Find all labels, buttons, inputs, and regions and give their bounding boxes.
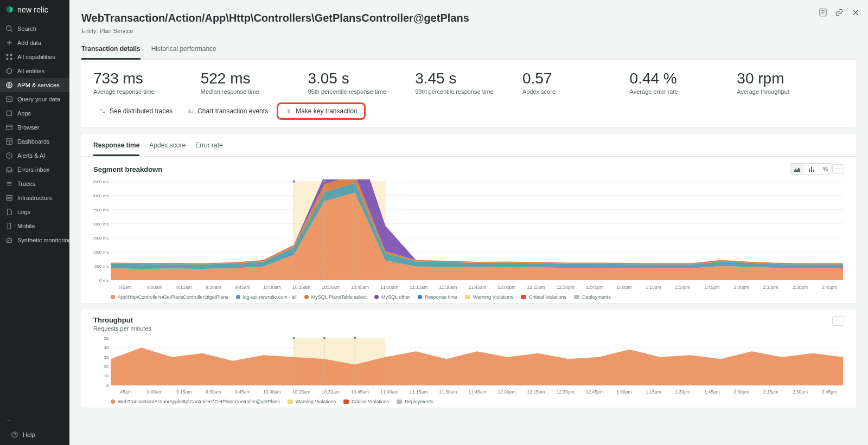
sidebar-item-all-entities[interactable]: All entities	[0, 64, 69, 78]
tab-transaction-details[interactable]: Transaction details	[81, 42, 141, 60]
svg-point-15	[8, 240, 9, 241]
x-tick: 1:45pm	[698, 389, 727, 395]
page-subtitle: Entity: Plan Service	[81, 28, 856, 34]
chart-transaction-events-button[interactable]: Chart transaction events	[181, 104, 273, 118]
bar-view-button[interactable]	[805, 164, 818, 175]
sidebar-item-infrastructure[interactable]: Infrastructure	[0, 191, 69, 205]
file-icon	[5, 208, 13, 216]
throughput-chart-section: Throughput Requests per minutes ⋯ 010203…	[81, 309, 856, 408]
help-icon	[11, 431, 18, 438]
svg-text:0 ms: 0 ms	[99, 278, 108, 282]
x-tick: :45am	[111, 389, 140, 395]
x-tick: 1:15pm	[639, 389, 668, 395]
metric: 733 msAverage response time	[93, 70, 201, 95]
brand-name: new relic	[17, 5, 48, 14]
x-tick: 9:15am	[169, 285, 199, 290]
bar-chart-icon	[187, 107, 194, 115]
box-icon	[5, 109, 13, 117]
svg-text:20: 20	[104, 364, 108, 369]
window-icon	[5, 124, 13, 131]
sidebar-item-label: Apps	[17, 110, 31, 117]
sidebar-item-mobile[interactable]: Mobile	[0, 219, 69, 233]
svg-rect-21	[811, 167, 812, 172]
sidebar-item-logs[interactable]: Logs	[0, 205, 69, 219]
x-tick: 12:45pm	[580, 389, 609, 395]
notebook-icon[interactable]	[818, 8, 828, 17]
sidebar-item-query-your-data[interactable]: Query your data	[0, 92, 69, 106]
metric-value: 733 ms	[93, 70, 201, 87]
sidebar-item-search[interactable]: Search	[0, 22, 69, 36]
tab-historical-performance[interactable]: Historical performance	[151, 42, 216, 60]
svg-point-45	[354, 180, 356, 183]
sidebar-item-dashboards[interactable]: Dashboards	[0, 134, 69, 149]
sidebar-item-alerts-ai[interactable]: Alerts & AI	[0, 149, 69, 163]
link-icon[interactable]	[834, 8, 844, 17]
metric: 3.45 s99th percentile response time	[415, 70, 522, 95]
x-tick: 2:15pm	[756, 389, 786, 395]
globe-icon	[5, 81, 13, 89]
alert-icon	[5, 152, 13, 159]
sidebar-item-all-capabilities[interactable]: All capabilities	[0, 50, 69, 64]
main: WebTransaction/Action/App\Http\Controlle…	[69, 0, 868, 445]
action-label: Make key transaction	[296, 107, 357, 115]
svg-text:40: 40	[104, 345, 108, 350]
sidebar-item-traces[interactable]: Traces	[0, 177, 69, 191]
inner-tab-error-rate[interactable]: Error rate	[195, 139, 223, 156]
legend-item: App\Http\Controllers\GetPlansController@…	[111, 294, 228, 300]
x-tick: :45am	[111, 285, 140, 290]
search-icon	[5, 25, 13, 33]
nav-more[interactable]: …	[0, 414, 69, 424]
legend-item: MySQL other	[374, 294, 410, 300]
sidebar-item-synthetic-monitoring[interactable]: Synthetic monitoring	[0, 233, 69, 247]
sidebar-item-add-data[interactable]: Add data	[0, 36, 69, 50]
inner-tab-apdex-score[interactable]: Apdex score	[149, 139, 186, 156]
sidebar-item-label: Dashboards	[17, 138, 49, 145]
chart-more-button[interactable]: ⋯	[832, 316, 844, 326]
x-tick: 2:30pm	[786, 285, 815, 290]
percent-view-button[interactable]: %	[819, 164, 832, 175]
svg-text:10: 10	[104, 373, 108, 378]
segment-chart-title: Segment breakdown	[93, 165, 162, 173]
sidebar-item-label: Search	[17, 25, 36, 32]
see-distributed-traces-button[interactable]: See distributed traces	[93, 104, 178, 118]
metric: 0.44 %Average error rate	[630, 70, 737, 95]
sidebar-item-label: Logs	[17, 209, 30, 215]
metric-label: Average throughput	[737, 88, 844, 95]
legend-item: Deployments	[397, 399, 433, 404]
sidebar-item-help[interactable]: Help	[5, 428, 64, 442]
area-view-button[interactable]	[790, 164, 803, 175]
legend-item: Warning Violations	[465, 294, 514, 300]
sidebar-item-browser[interactable]: Browser	[0, 120, 69, 134]
svg-rect-11	[7, 196, 12, 198]
sidebar-item-apm-services[interactable]: APM & services	[0, 78, 69, 92]
chart-more-button[interactable]: ⋯	[832, 164, 844, 174]
sidebar-item-label: Synthetic monitoring	[17, 237, 69, 243]
sidebar-item-apps[interactable]: Apps	[0, 106, 69, 120]
bars-icon	[808, 166, 815, 172]
x-tick: 1:30pm	[668, 285, 697, 290]
metrics-row: 733 msAverage response time522 msMedian …	[93, 70, 844, 95]
svg-text:50: 50	[104, 336, 108, 341]
x-tick: 9:00am	[140, 285, 169, 290]
svg-point-60	[292, 337, 295, 339]
sidebar-item-label: Add data	[17, 40, 41, 46]
sidebar-item-label: Errors inbox	[17, 166, 49, 173]
throughput-subtitle: Requests per minutes	[93, 325, 151, 332]
close-icon[interactable]	[851, 8, 860, 17]
x-tick: 2:00pm	[727, 389, 756, 395]
x-tick: 2:00pm	[727, 285, 756, 290]
sidebar-item-errors-inbox[interactable]: Errors inbox	[0, 163, 69, 177]
sidebar-item-label: Query your data	[17, 96, 60, 102]
legend-item: Warning Violations	[288, 399, 336, 404]
svg-rect-18	[820, 9, 826, 16]
trace-icon	[99, 107, 106, 115]
inner-tab-response-time[interactable]: Response time	[93, 139, 139, 156]
entity-name: Plan Service	[100, 28, 133, 34]
sidebar-item-label: Browser	[17, 124, 39, 131]
svg-text:1500 ms: 1500 ms	[93, 236, 108, 241]
phone-icon	[5, 222, 13, 230]
make-key-transaction-button[interactable]: Make key transaction	[277, 102, 365, 120]
x-tick: 2:15pm	[756, 285, 786, 290]
plus-icon	[5, 39, 13, 47]
svg-point-0	[7, 26, 11, 31]
